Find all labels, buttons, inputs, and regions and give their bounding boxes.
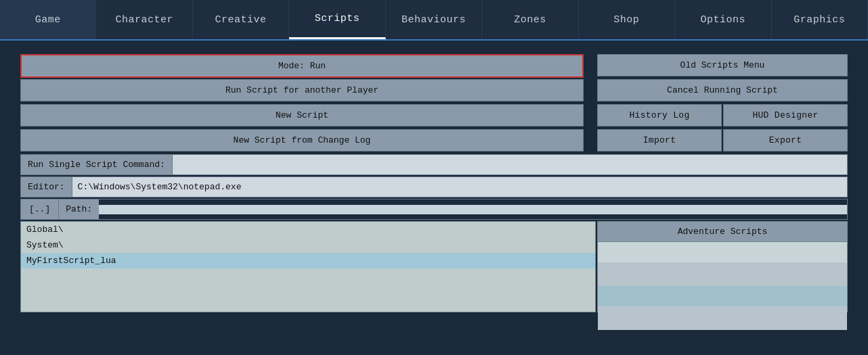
top-nav: Game Character Creative Scripts Behaviou…	[0, 0, 868, 41]
cancel-running-script-button[interactable]: Cancel Running Script	[597, 79, 848, 101]
adventure-header: Adventure Scripts	[598, 222, 847, 242]
import-export-row: Import Export	[597, 129, 848, 151]
old-scripts-menu-button[interactable]: Old Scripts Menu	[597, 54, 848, 76]
editor-label: Editor:	[21, 177, 72, 197]
tab-scripts[interactable]: Scripts	[289, 0, 385, 39]
tab-game[interactable]: Game	[0, 0, 96, 39]
file-item-system[interactable]: System\	[21, 237, 595, 253]
mode-run-button[interactable]: Mode: Run	[20, 54, 584, 78]
editor-input[interactable]	[72, 177, 847, 197]
export-button[interactable]: Export	[723, 129, 848, 151]
file-item-global[interactable]: Global\	[21, 222, 595, 237]
tab-graphics[interactable]: Graphics	[772, 0, 868, 39]
import-button[interactable]: Import	[597, 129, 722, 151]
run-single-label: Run Single Script Command:	[21, 155, 172, 174]
new-script-button[interactable]: New Script	[20, 104, 584, 126]
run-another-player-button[interactable]: Run Script for another Player	[20, 79, 584, 101]
editor-row: Editor:	[20, 176, 848, 197]
adventure-row-3	[598, 286, 847, 306]
left-panel: Mode: Run Run Script for another Player …	[20, 54, 584, 153]
adventure-panel: Adventure Scripts	[597, 221, 848, 312]
adventure-body	[598, 242, 847, 330]
path-row: [..] Path:	[20, 199, 848, 220]
run-single-row: Run Single Script Command:	[20, 154, 848, 175]
file-list[interactable]: Global\ System\ MyFirstScript_lua	[20, 221, 596, 312]
run-single-input[interactable]	[172, 155, 847, 174]
file-item-myfirstscript[interactable]: MyFirstScript_lua	[21, 253, 595, 268]
new-script-change-log-button[interactable]: New Script from Change Log	[20, 129, 584, 151]
path-up-button[interactable]: [..]	[21, 199, 59, 219]
main-content: Mode: Run Run Script for another Player …	[0, 41, 868, 326]
adventure-row-2	[598, 262, 847, 286]
hud-designer-button[interactable]: HUD Designer	[723, 104, 848, 126]
tab-shop[interactable]: Shop	[579, 0, 675, 39]
tab-options[interactable]: Options	[675, 0, 771, 39]
right-panel: Old Scripts Menu Cancel Running Script H…	[597, 54, 848, 153]
path-value	[99, 205, 847, 214]
history-hud-row: History Log HUD Designer	[597, 104, 848, 126]
tab-character[interactable]: Character	[96, 0, 192, 39]
tab-zones[interactable]: Zones	[482, 0, 578, 39]
tab-creative[interactable]: Creative	[193, 0, 289, 39]
adventure-row-4	[598, 306, 847, 330]
tab-behaviours[interactable]: Behaviours	[386, 0, 482, 39]
path-label: Path:	[59, 199, 99, 219]
list-panels: Global\ System\ MyFirstScript_lua Advent…	[20, 221, 848, 312]
adventure-row-1	[598, 242, 847, 262]
history-log-button[interactable]: History Log	[597, 104, 722, 126]
top-panels-row: Mode: Run Run Script for another Player …	[20, 54, 848, 153]
